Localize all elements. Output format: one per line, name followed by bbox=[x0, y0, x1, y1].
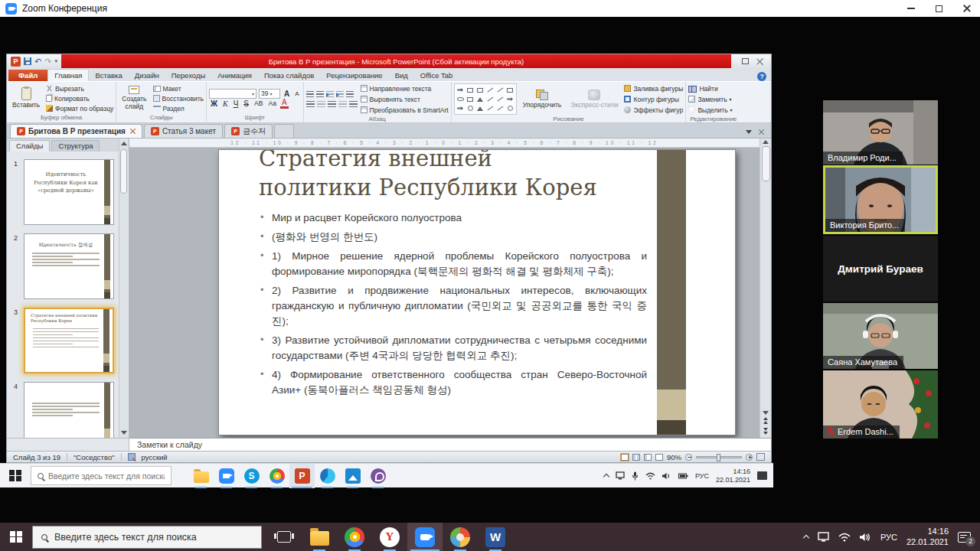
tab-list-dropdown-icon[interactable] bbox=[746, 130, 752, 134]
tab-insert[interactable]: Вставка bbox=[89, 70, 128, 81]
participant-tile-erdem[interactable]: Erdem Dashi... bbox=[823, 370, 938, 439]
spellcheck-icon[interactable] bbox=[128, 453, 136, 461]
slide-thumbnail-2[interactable]: 2 Идентичность 정체성 bbox=[24, 233, 116, 299]
taskbar-paint-icon[interactable] bbox=[443, 523, 478, 551]
wifi-icon[interactable] bbox=[645, 472, 655, 480]
tab-office-tab[interactable]: Office Tab bbox=[414, 70, 459, 81]
task-view-button[interactable] bbox=[266, 523, 302, 551]
wifi-icon[interactable] bbox=[838, 533, 851, 542]
current-slide[interactable]: Стратегия внешней политики Республики Ко… bbox=[218, 149, 736, 435]
taskbar-powerpoint-icon[interactable]: P bbox=[289, 464, 315, 488]
language-indicator[interactable]: русский bbox=[142, 453, 168, 461]
doc-tab-korean[interactable]: P 금수저 bbox=[224, 124, 273, 138]
zoom-slider-knob[interactable] bbox=[717, 454, 720, 461]
bold-button[interactable]: Ж bbox=[209, 99, 219, 108]
taskbar-word-icon[interactable]: W bbox=[478, 523, 513, 551]
shapes-gallery[interactable] bbox=[454, 83, 517, 115]
layout-button[interactable]: Макет bbox=[153, 84, 204, 93]
save-icon[interactable] bbox=[24, 57, 31, 65]
taskbar-explorer-icon[interactable] bbox=[188, 464, 214, 488]
reset-button[interactable]: Восстановить bbox=[153, 94, 204, 103]
align-left-icon[interactable] bbox=[306, 101, 315, 108]
text-direction-button[interactable]: Направление текста bbox=[361, 83, 449, 93]
replace-button[interactable]: Заменить ▾ bbox=[688, 94, 732, 104]
inner-language-indicator[interactable]: РУС bbox=[695, 472, 709, 480]
shape-outline-button[interactable]: Контур фигуры bbox=[624, 94, 683, 104]
slide-thumbnail-3-selected[interactable]: 3 Стратегия внешней политики Республики … bbox=[24, 308, 116, 373]
font-color-button[interactable]: А bbox=[280, 99, 289, 109]
select-button[interactable]: Выделить ▾ bbox=[688, 105, 732, 115]
taskbar-photos-icon[interactable] bbox=[340, 464, 365, 488]
close-button[interactable] bbox=[952, 0, 980, 17]
taskbar-yandex-icon[interactable]: Y bbox=[372, 523, 407, 551]
powerpoint-logo-icon[interactable]: P bbox=[11, 57, 21, 67]
new-slide-button[interactable]: Создать слайд bbox=[119, 83, 149, 113]
help-icon[interactable]: ? bbox=[757, 72, 766, 81]
inner-start-button[interactable] bbox=[0, 464, 31, 488]
previous-slide-button[interactable] bbox=[762, 416, 770, 425]
taskbar-search-input[interactable] bbox=[54, 532, 253, 543]
numbering-icon[interactable] bbox=[316, 91, 324, 98]
italic-button[interactable]: К bbox=[221, 99, 230, 108]
tab-home[interactable]: Главная bbox=[47, 69, 89, 81]
strikethrough-button[interactable]: S bbox=[242, 99, 250, 108]
doc-tab-presentation[interactable]: P Бритова В Р презентация bbox=[10, 124, 142, 138]
vertical-scrollbar[interactable] bbox=[760, 139, 771, 438]
scrollbar-thumb[interactable] bbox=[762, 146, 770, 181]
inner-search-box[interactable] bbox=[31, 466, 172, 485]
scroll-up-icon[interactable] bbox=[763, 140, 769, 144]
quick-styles-button[interactable]: Экспресс-стили bbox=[567, 83, 621, 115]
participant-tile-victoria-active-speaker[interactable]: Виктория Брито... bbox=[823, 165, 938, 234]
find-button[interactable]: Найти bbox=[688, 83, 732, 93]
next-slide-button[interactable] bbox=[762, 426, 770, 435]
volume-icon[interactable] bbox=[860, 533, 871, 542]
inner-action-center-icon[interactable] bbox=[757, 471, 767, 480]
justify-icon[interactable] bbox=[338, 101, 347, 108]
taskbar-search-box[interactable] bbox=[32, 526, 262, 549]
slide-thumbnail-1[interactable]: 1 Идентичность Республики Корея как «сре… bbox=[24, 159, 116, 225]
pane-scrollbar[interactable] bbox=[119, 139, 128, 438]
underline-button[interactable]: Ч bbox=[232, 99, 240, 108]
tab-animations[interactable]: Анимация bbox=[211, 70, 258, 81]
clock[interactable]: 14:1622.01.2021 bbox=[906, 527, 949, 548]
pane-tab-outline[interactable]: Структура bbox=[51, 140, 100, 152]
cut-button[interactable]: Вырезать bbox=[46, 84, 113, 93]
align-right-icon[interactable] bbox=[328, 101, 336, 108]
format-painter-button[interactable]: Формат по образцу bbox=[46, 104, 113, 113]
taskbar-skype-icon[interactable]: S bbox=[239, 464, 264, 488]
convert-smartart-button[interactable]: Преобразовать в SmartArt bbox=[361, 105, 449, 115]
close-tab-icon[interactable] bbox=[130, 129, 136, 134]
slide-sorter-view-icon[interactable] bbox=[632, 454, 640, 461]
change-case-button[interactable]: Аа bbox=[266, 99, 278, 107]
notes-area[interactable]: Заметки к слайду bbox=[129, 438, 771, 451]
zoom-in-button[interactable] bbox=[746, 454, 753, 461]
language-indicator[interactable]: РУС bbox=[880, 533, 897, 542]
slideshow-view-icon[interactable] bbox=[655, 454, 663, 461]
line-spacing-icon[interactable] bbox=[346, 91, 354, 98]
bullets-icon[interactable] bbox=[306, 91, 314, 98]
tab-slideshow[interactable]: Показ слайдов bbox=[258, 70, 320, 81]
align-text-button[interactable]: Выровнять текст bbox=[361, 94, 449, 104]
taskbar-explorer-icon[interactable] bbox=[302, 523, 337, 551]
hidden-icons-chevron[interactable] bbox=[603, 474, 609, 480]
tab-review[interactable]: Рецензирование bbox=[320, 70, 388, 81]
copy-button[interactable]: Копировать bbox=[46, 94, 113, 103]
qat-dropdown-icon[interactable]: ▾ bbox=[54, 58, 57, 64]
close-icon[interactable] bbox=[756, 58, 763, 65]
close-document-icon[interactable] bbox=[759, 129, 764, 135]
paste-button[interactable]: Вставить bbox=[9, 83, 43, 113]
restore-icon[interactable] bbox=[742, 58, 749, 64]
taskbar-zoom-icon-active[interactable] bbox=[407, 523, 443, 551]
start-button[interactable] bbox=[0, 523, 32, 551]
inner-clock[interactable]: 14:1622.01.2021 bbox=[716, 468, 750, 484]
pane-tab-slides[interactable]: Слайды bbox=[9, 140, 50, 152]
taskbar-edge-icon[interactable] bbox=[315, 464, 340, 488]
undo-icon[interactable]: ↶ bbox=[34, 57, 41, 66]
new-doc-tab-stub[interactable] bbox=[274, 124, 294, 138]
inner-search-input[interactable] bbox=[48, 471, 165, 481]
reading-view-icon[interactable] bbox=[644, 454, 652, 461]
minimize-button[interactable] bbox=[897, 0, 925, 17]
font-size-box[interactable]: 39▾ bbox=[259, 89, 280, 99]
tab-view[interactable]: Вид bbox=[389, 70, 414, 81]
participant-tile-sayana[interactable]: Саяна Хамутаева bbox=[823, 303, 938, 369]
